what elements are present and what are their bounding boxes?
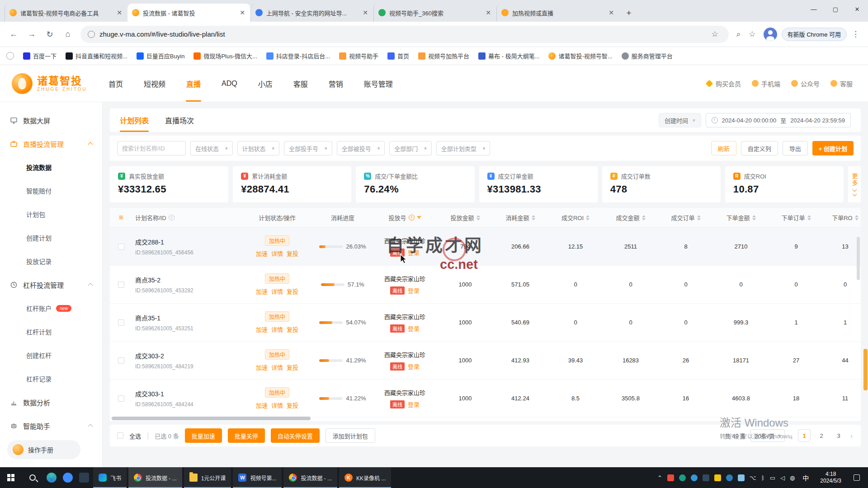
column-deal-orders[interactable]: 成交订单 <box>658 213 713 222</box>
browser-tab[interactable]: 加热视频或直播 ✕ <box>496 4 619 22</box>
app-pin-icon[interactable] <box>79 473 89 483</box>
nav-home[interactable]: 首页 <box>108 65 123 102</box>
column-order-amount[interactable]: 下单金额 <box>713 213 769 222</box>
browser-tab[interactable]: 视频号助手_360搜索 ✕ <box>373 4 496 22</box>
tray-app-icon[interactable] <box>667 474 674 481</box>
sidebar-item-smart-assistant[interactable]: 智能助手 <box>0 414 102 437</box>
volume-icon[interactable]: ◁ <box>780 474 785 481</box>
target-account-select[interactable]: 全部被投号▾ <box>337 141 385 155</box>
back-icon[interactable]: ← <box>5 26 22 42</box>
bookmark-item[interactable]: 幕布 - 极简大纲笔... <box>478 52 539 60</box>
nav-shop[interactable]: 小店 <box>258 65 273 102</box>
sidebar-item-lever-account[interactable]: 杠杆账户 new <box>0 296 102 320</box>
bookmark-item[interactable]: 百度一下 <box>23 52 57 60</box>
sort-icon[interactable] <box>476 215 480 221</box>
table-row[interactable]: 成交303-2ID:5896261005_484219 加热中加速详情复投 41… <box>110 342 861 380</box>
accelerate-link[interactable]: 加速 <box>256 401 268 409</box>
bookmark-item[interactable]: 视频号加热平台 <box>418 52 469 60</box>
sidebar-item-create-lever[interactable]: 创建杠杆 <box>0 343 102 367</box>
input-method-indicator[interactable]: 中 <box>800 473 811 482</box>
browser-tab-active[interactable]: 投流数据 - 诸葛智投 ✕ <box>127 4 250 22</box>
nav-service[interactable]: 客服 <box>293 65 308 102</box>
column-consume[interactable]: 消耗金额 <box>493 213 548 222</box>
buy-membership-link[interactable]: 购买会员 <box>706 79 741 88</box>
start-button[interactable] <box>0 467 22 488</box>
online-status-select[interactable]: 在线状态▾ <box>190 141 233 155</box>
select-all-checkbox[interactable] <box>117 432 123 439</box>
tray-app-icon[interactable] <box>691 474 698 481</box>
tab-plan-list[interactable]: 计划列表 <box>120 108 149 132</box>
horizontal-scrollbar[interactable] <box>112 417 858 420</box>
tab-close-icon[interactable]: ✕ <box>239 9 246 16</box>
column-order-ro[interactable]: 下单RO <box>824 213 861 222</box>
search-icon[interactable]: ⌕ <box>733 30 744 39</box>
taskbar-clock[interactable]: 4:18 2024/5/3 <box>816 471 845 484</box>
browser-pin-icon[interactable] <box>63 473 73 483</box>
sidebar-item-live-ads[interactable]: 直播投流管理 <box>0 132 102 155</box>
plan-status-select[interactable]: 计划状态▾ <box>237 141 280 155</box>
detail-link[interactable]: 详情 <box>271 401 283 409</box>
create-plan-button[interactable]: + 创建计划 <box>812 141 854 155</box>
bluetooth-icon[interactable]: ᛒ <box>761 474 765 481</box>
bookmark-item[interactable]: 首页 <box>387 52 409 60</box>
bookmark-item[interactable]: 服务商管理平台 <box>622 52 673 60</box>
taskbar-app-wechat-channels[interactable]: W 视频号第... <box>233 467 282 488</box>
bookmark-item[interactable]: 抖音直播和短视频... <box>66 52 127 60</box>
sidebar-item-create-plan[interactable]: 创建计划 <box>0 226 102 249</box>
tab-close-icon[interactable]: ✕ <box>485 9 492 16</box>
accelerate-link[interactable]: 加速 <box>256 249 268 258</box>
minimize-button[interactable]: — <box>803 0 825 18</box>
sidebar-item-lever-plan[interactable]: 杠杆计划 <box>0 320 102 343</box>
more-stats-button[interactable]: 更多 <box>848 166 861 202</box>
site-logo[interactable]: 诸葛智投 ZHUGE ZHITOU <box>12 73 102 94</box>
nav-live[interactable]: 直播 <box>186 65 201 102</box>
login-link[interactable]: 登录 <box>408 286 420 295</box>
row-checkbox[interactable] <box>118 395 124 402</box>
sidebar-item-plan-package[interactable]: 计划包 <box>0 202 102 226</box>
nav-marketing[interactable]: 营销 <box>329 65 343 102</box>
tab-close-icon[interactable]: ✕ <box>116 9 123 16</box>
table-vertical-scrollbar[interactable] <box>857 237 860 280</box>
usb-icon[interactable]: ⌥ <box>750 474 756 481</box>
new-tab-button[interactable]: + <box>622 6 636 20</box>
site-info-icon[interactable] <box>88 31 95 38</box>
favorites-star-icon[interactable]: ☆ <box>745 29 759 39</box>
tab-close-icon[interactable]: ✕ <box>608 9 615 16</box>
page-3-button[interactable]: 3 <box>832 429 845 442</box>
browser-menu-icon[interactable]: ⋮ <box>849 29 863 39</box>
refresh-icon[interactable]: ↻ <box>42 26 58 42</box>
mobile-link[interactable]: 手机端 <box>752 79 780 88</box>
tray-app-icon[interactable] <box>679 474 686 481</box>
maximize-button[interactable]: ▢ <box>825 0 846 18</box>
taskbar-app-chrome-2[interactable]: 投流数据 - ... <box>283 467 337 488</box>
refresh-button[interactable]: 刷新 <box>711 141 736 155</box>
table-row[interactable]: 成交288-1ID:5896261005_456456 加热中加速详情复投 26… <box>110 228 861 266</box>
manual-button[interactable]: 操作手册 <box>7 440 80 459</box>
add-to-package-button[interactable]: 添加到计划包 <box>326 428 375 443</box>
network-icon[interactable]: ◍ <box>790 474 795 481</box>
tray-app-icon[interactable] <box>703 474 709 481</box>
forward-icon[interactable]: → <box>24 26 40 42</box>
chrome-update-button[interactable]: 有新版 Chrome 可用 <box>782 28 847 41</box>
sidebar-item-smart-compensation[interactable]: 智能赔付 <box>0 179 102 202</box>
row-checkbox[interactable] <box>118 319 124 326</box>
nav-account[interactable]: 账号管理 <box>364 65 393 102</box>
column-roi[interactable]: 成交ROI <box>548 213 603 222</box>
date-range-picker[interactable]: 2024-04-20 00:00:00 至 2024-04-20 23:59:5… <box>706 113 851 127</box>
sidebar-item-lever-ads[interactable]: 杠杆投流管理 <box>0 273 102 296</box>
prev-page-icon[interactable]: ‹ <box>789 432 793 440</box>
tab-live-sessions[interactable]: 直播场次 <box>165 108 194 132</box>
taskbar-app-folder[interactable]: 1元公开课 <box>184 467 231 488</box>
login-link[interactable]: 登录 <box>408 362 420 371</box>
detail-link[interactable]: 详情 <box>271 325 283 333</box>
customer-service-link[interactable]: 客服 <box>830 79 853 88</box>
sidebar-item-data-screen[interactable]: 数据大屏 <box>0 108 102 132</box>
bookmark-item[interactable]: 微现场Plus-微信大... <box>193 52 257 60</box>
detail-link[interactable]: 详情 <box>271 249 283 258</box>
browser-tab[interactable]: 诸葛智投-视频号电商必备工具 ✕ <box>5 4 127 22</box>
export-button[interactable]: 导出 <box>783 141 808 155</box>
re-invest-link[interactable]: 复投 <box>287 363 298 371</box>
batch-stop-button[interactable]: 批量关停 <box>228 428 265 443</box>
detail-link[interactable]: 详情 <box>271 363 283 371</box>
tab-close-icon[interactable]: ✕ <box>362 9 369 16</box>
